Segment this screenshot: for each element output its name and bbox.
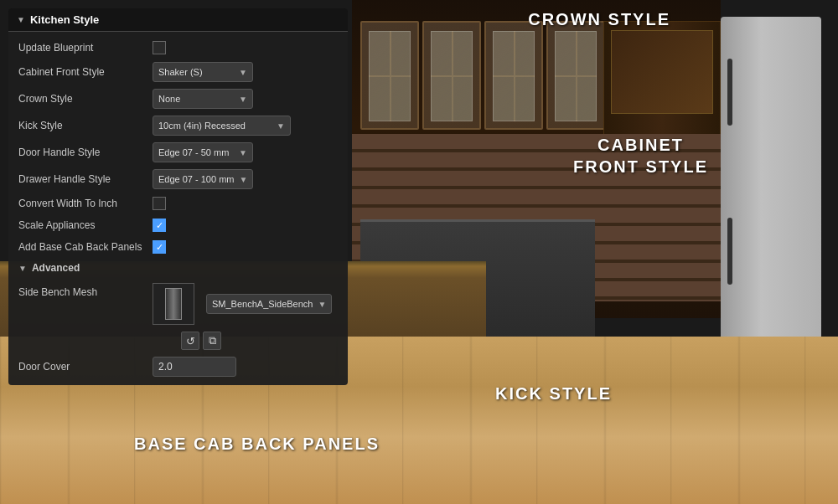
fridge-handle-bottom <box>727 218 732 285</box>
label-convert-width: Convert Width To Inch <box>18 198 153 209</box>
row-scale-appliances: Scale Appliances <box>8 214 348 236</box>
label-cabinet-front-style: Cabinet Front Style <box>18 66 153 78</box>
select-side-bench-value: SM_BenchA_SideBench <box>212 299 313 309</box>
checkbox-update-blueprint[interactable] <box>153 41 166 54</box>
label-drawer-handle-style: Drawer Handle Style <box>18 173 153 185</box>
label-update-blueprint: Update Blueprint <box>18 42 153 54</box>
label-door-cover: Door Cover <box>18 361 153 373</box>
label-side-bench-mesh: Side Bench Mesh <box>18 283 153 298</box>
panel-title: Kitchen Style <box>30 13 99 26</box>
panel-header[interactable]: ▼ Kitchen Style <box>8 8 348 32</box>
cab-door-1 <box>360 21 419 130</box>
fridge-handle-top <box>727 59 732 126</box>
checkbox-scale-appliances[interactable] <box>153 219 166 232</box>
refrigerator <box>721 17 821 368</box>
select-kick-style[interactable]: 10cm (4in) Recessed ▼ <box>153 116 291 136</box>
checkbox-add-base-cab[interactable] <box>153 240 166 254</box>
control-drawer-handle-style: Edge 07 - 100 mm ▼ <box>153 169 338 189</box>
panel-body: Update Blueprint Cabinet Front Style Sha… <box>8 32 348 385</box>
mesh-copy-button[interactable]: ⧉ <box>203 332 221 350</box>
row-door-handle-style: Door Handle Style Edge 07 - 50 mm ▼ <box>8 139 348 166</box>
select-cabinet-front-value: Shaker (S) <box>158 67 203 77</box>
mesh-controls: ↺ ⧉ <box>153 332 332 350</box>
control-add-base-cab <box>153 240 338 254</box>
mesh-preview <box>153 283 194 325</box>
row-update-blueprint: Update Blueprint <box>8 37 348 59</box>
select-kick-arrow: ▼ <box>277 121 285 131</box>
select-cabinet-front-style[interactable]: Shaker (S) ▼ <box>153 62 253 82</box>
panel-collapse-icon[interactable]: ▼ <box>17 15 25 24</box>
kitchen-style-panel: ▼ Kitchen Style Update Blueprint Cabinet… <box>8 8 348 385</box>
control-door-handle-style: Edge 07 - 50 mm ▼ <box>153 142 338 162</box>
upper-cabinets <box>360 21 605 130</box>
label-kick-style: Kick Style <box>18 120 153 131</box>
control-cabinet-front-style: Shaker (S) ▼ <box>153 62 338 82</box>
cab-door-2 <box>422 21 481 130</box>
advanced-section-header[interactable]: ▼ Advanced <box>8 258 348 278</box>
select-kick-value: 10cm (4in) Recessed <box>158 121 246 131</box>
control-scale-appliances <box>153 219 338 232</box>
overlay-cabinet-front-style: CABINET FRONT STYLE <box>573 134 708 177</box>
advanced-section-label: Advanced <box>32 262 80 274</box>
row-side-bench-mesh: Side Bench Mesh SM_BenchA_SideBench ▼ <box>8 278 348 353</box>
checkbox-convert-width[interactable] <box>153 197 166 210</box>
label-door-handle-style: Door Handle Style <box>18 147 153 158</box>
row-add-base-cab: Add Base Cab Back Panels <box>8 236 348 258</box>
row-drawer-handle-style: Drawer Handle Style Edge 07 - 100 mm ▼ <box>8 166 348 193</box>
row-kick-style: Kick Style 10cm (4in) Recessed ▼ <box>8 112 348 139</box>
control-crown-style: None ▼ <box>153 89 338 109</box>
mesh-preview-inner <box>165 288 182 320</box>
select-side-bench-mesh[interactable]: SM_BenchA_SideBench ▼ <box>206 294 332 314</box>
label-add-base-cab: Add Base Cab Back Panels <box>18 241 153 253</box>
cab-door-3 <box>484 21 543 130</box>
overlay-crown-style: CROWN STYLE <box>528 10 670 29</box>
row-door-cover: Door Cover <box>8 353 348 380</box>
label-crown-style: Crown Style <box>18 93 153 105</box>
overlay-base-cab: BASE CAB BACK PANELS <box>134 435 380 454</box>
control-side-bench-mesh: SM_BenchA_SideBench ▼ ↺ ⧉ <box>153 283 338 350</box>
select-crown-arrow: ▼ <box>239 95 247 104</box>
advanced-collapse-icon[interactable]: ▼ <box>18 264 27 273</box>
control-kick-style: 10cm (4in) Recessed ▼ <box>153 116 338 136</box>
select-door-handle-arrow: ▼ <box>239 148 247 157</box>
input-door-cover[interactable] <box>153 357 236 377</box>
control-convert-width <box>153 197 338 210</box>
select-door-handle-style[interactable]: Edge 07 - 50 mm ▼ <box>153 142 253 162</box>
label-scale-appliances: Scale Appliances <box>18 219 153 231</box>
row-convert-width: Convert Width To Inch <box>8 193 348 214</box>
select-drawer-handle-style[interactable]: Edge 07 - 100 mm ▼ <box>153 169 253 189</box>
select-drawer-handle-value: Edge 07 - 100 mm <box>158 174 235 184</box>
select-door-handle-value: Edge 07 - 50 mm <box>158 147 229 157</box>
control-door-cover <box>153 357 338 377</box>
mesh-reset-button[interactable]: ↺ <box>181 332 199 350</box>
select-cabinet-front-arrow: ▼ <box>239 68 247 77</box>
select-crown-style[interactable]: None ▼ <box>153 89 253 109</box>
row-crown-style: Crown Style None ▼ <box>8 85 348 112</box>
select-side-bench-arrow: ▼ <box>318 300 326 309</box>
overlay-kick-style: KICK STYLE <box>495 384 612 404</box>
cab-door-4 <box>546 21 605 130</box>
select-drawer-handle-arrow: ▼ <box>240 175 248 184</box>
control-update-blueprint <box>153 41 338 54</box>
select-crown-value: None <box>158 94 180 104</box>
row-cabinet-front-style: Cabinet Front Style Shaker (S) ▼ <box>8 59 348 85</box>
